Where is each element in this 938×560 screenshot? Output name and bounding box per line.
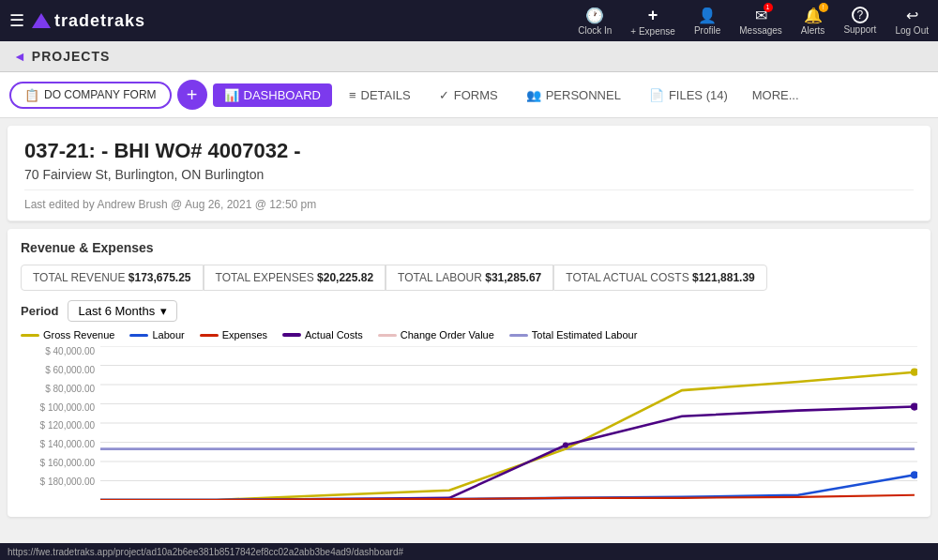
stat-label-actual-costs: TOTAL ACTUAL COSTS	[566, 271, 692, 284]
tab-personnel-label: PERSONNEL	[546, 88, 621, 102]
dashboard-icon: 📊	[224, 88, 239, 102]
messages-icon: ✉1	[755, 7, 767, 24]
dot-labour	[911, 471, 917, 478]
chart-area: $ 180,000.00 $ 160,000.00 $ 140,000.00 $…	[21, 346, 917, 506]
stat-label-expenses: TOTAL EXPENSES	[216, 271, 317, 284]
stat-label-labour: TOTAL LABOUR	[398, 271, 485, 284]
forms-icon: ✓	[439, 88, 449, 102]
logo[interactable]: tradetraks	[32, 11, 145, 31]
nav-right: 🕐 Clock In + + Expense 👤 Profile ✉1 Mess…	[578, 6, 929, 37]
y-label-8: $ 180,000.00	[21, 477, 100, 487]
personnel-icon: 👥	[526, 88, 541, 102]
y-label-7: $ 160,000.00	[21, 458, 100, 468]
line-actual-costs	[100, 407, 915, 500]
chevron-down-icon: ▾	[160, 304, 167, 318]
nav-label-clock-in: Clock In	[578, 25, 612, 36]
clock-icon: 🕐	[585, 7, 604, 24]
stat-total-expenses: TOTAL EXPENSES $20,225.82	[204, 265, 386, 291]
add-icon: +	[187, 84, 198, 106]
legend-actual-costs: Actual Costs	[282, 329, 363, 341]
nav-item-clock-in[interactable]: 🕐 Clock In	[578, 7, 612, 36]
chart-svg	[100, 346, 917, 500]
stat-value-expenses: $20,225.82	[317, 271, 373, 284]
y-label-1: $ 40,000.00	[21, 346, 100, 356]
breadcrumb-arrow-icon: ◄	[13, 49, 26, 64]
legend-color-labour	[129, 334, 148, 337]
stat-value-actual-costs: $121,881.39	[692, 271, 755, 284]
legend-label-actual-costs: Actual Costs	[305, 329, 363, 341]
nav-label-expense: + Expense	[630, 26, 675, 37]
stat-value-labour: $31,285.67	[485, 271, 541, 284]
y-label-6: $ 140,000.00	[21, 439, 100, 449]
legend-color-actual-costs	[282, 333, 301, 337]
tab-files[interactable]: 📄 FILES (14)	[638, 83, 739, 107]
tab-forms-label: FORMS	[454, 88, 498, 102]
dot-gross-revenue	[911, 369, 917, 376]
details-icon: ≡	[349, 88, 356, 102]
y-label-5: $ 120,000.00	[21, 420, 100, 431]
project-edited: Last edited by Andrew Brush @ Aug 26, 20…	[24, 189, 914, 211]
breadcrumb-text: PROJECTS	[32, 49, 110, 64]
nav-item-expense[interactable]: + + Expense	[630, 6, 675, 37]
legend-labour: Labour	[129, 329, 184, 341]
add-button[interactable]: +	[177, 80, 207, 110]
logout-icon: ↩	[906, 7, 918, 24]
project-header: 037-21: - BHI WO# 4007032 - 70 Fairview …	[8, 126, 930, 221]
logo-text: tradetraks	[54, 11, 145, 31]
status-url: https://fwe.tradetraks.app/project/ad10a…	[8, 547, 403, 557]
nav-item-support[interactable]: ? Support	[843, 7, 876, 35]
nav-item-alerts[interactable]: 🔔! Alerts	[801, 7, 825, 36]
logo-triangle-icon	[32, 13, 51, 28]
stat-total-revenue: TOTAL REVENUE $173,675.25	[21, 265, 204, 291]
nav-item-messages[interactable]: ✉1 Messages	[739, 7, 782, 36]
stat-label-revenue: TOTAL REVENUE	[33, 271, 129, 284]
period-row: Period Last 6 Months ▾	[21, 300, 917, 322]
breadcrumb[interactable]: ◄ PROJECTS	[0, 41, 938, 72]
period-select[interactable]: Last 6 Months ▾	[68, 300, 177, 322]
revenue-expenses-card: Revenue & Expenses TOTAL REVENUE $173,67…	[8, 229, 930, 517]
nav-label-support: Support	[843, 24, 876, 35]
legend-color-gross-revenue	[21, 334, 39, 337]
project-title: 037-21: - BHI WO# 4007032 -	[24, 139, 914, 163]
chart-legend: Gross Revenue Labour Expenses Actual Cos…	[21, 329, 917, 341]
nav-label-alerts: Alerts	[801, 25, 825, 36]
nav-label-messages: Messages	[739, 25, 782, 36]
period-label: Period	[21, 304, 58, 318]
legend-gross-revenue: Gross Revenue	[21, 329, 114, 341]
legend-color-change-order	[378, 334, 397, 337]
tab-dashboard[interactable]: 📊 DASHBOARD	[213, 83, 332, 107]
tab-details-label: DETAILS	[361, 88, 411, 102]
messages-badge: 1	[764, 3, 773, 12]
legend-color-expenses	[200, 334, 219, 337]
legend-label-expenses: Expenses	[222, 329, 267, 341]
tab-personnel[interactable]: 👥 PERSONNEL	[515, 83, 632, 107]
legend-label-change-order: Change Order Value	[401, 329, 494, 341]
status-bar: https://fwe.tradetraks.app/project/ad10a…	[0, 543, 938, 560]
tab-bar: 📋 DO COMPANY FORM + 📊 DASHBOARD ≡ DETAIL…	[0, 72, 938, 118]
expense-icon: +	[648, 6, 658, 25]
tab-more[interactable]: MORE...	[745, 83, 807, 107]
stat-total-actual-costs: TOTAL ACTUAL COSTS $121,881.39	[553, 265, 766, 291]
do-company-form-button[interactable]: 📋 DO COMPANY FORM	[9, 82, 172, 109]
legend-label-labour: Labour	[152, 329, 184, 341]
legend-expenses: Expenses	[200, 329, 267, 341]
stat-value-revenue: $173,675.25	[129, 271, 191, 284]
dot-actual-costs-mid	[563, 442, 568, 447]
revenue-section-title: Revenue & Expenses	[21, 240, 917, 255]
files-icon: 📄	[649, 88, 664, 102]
nav-item-profile[interactable]: 👤 Profile	[694, 7, 720, 36]
hamburger-icon[interactable]: ☰	[9, 10, 24, 31]
nav-label-logout: Log Out	[895, 25, 929, 36]
profile-icon: 👤	[698, 7, 717, 24]
alerts-icon: 🔔!	[804, 7, 823, 24]
stats-row: TOTAL REVENUE $173,675.25 TOTAL EXPENSES…	[21, 265, 917, 291]
period-value: Last 6 Months	[78, 304, 155, 318]
legend-change-order: Change Order Value	[378, 329, 494, 341]
do-company-form-label: DO COMPANY FORM	[44, 88, 157, 101]
tab-details[interactable]: ≡ DETAILS	[338, 83, 422, 107]
tab-forms[interactable]: ✓ FORMS	[428, 83, 509, 107]
nav-label-profile: Profile	[694, 25, 720, 36]
alerts-badge: !	[819, 3, 828, 12]
nav-item-logout[interactable]: ↩ Log Out	[895, 7, 929, 36]
support-icon: ?	[852, 7, 869, 23]
